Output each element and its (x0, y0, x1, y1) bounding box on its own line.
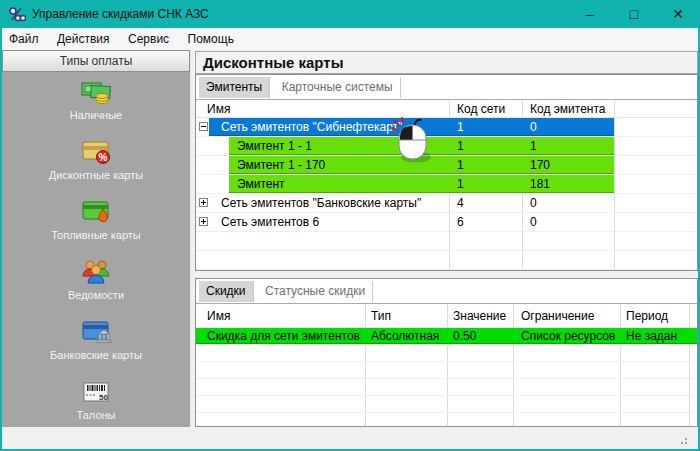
column-header-net-code[interactable]: Код сети (457, 100, 505, 118)
menu-help[interactable]: Помощь (181, 28, 241, 50)
table-cell: 6 (457, 213, 464, 231)
expand-icon[interactable] (199, 217, 208, 226)
svg-text:50: 50 (99, 393, 108, 402)
column-header-emitter-code[interactable]: Код эмитента (530, 100, 606, 118)
main-area: Дисконтные карты Эмитенты Карточные сист… (193, 50, 696, 449)
sidebar-item-label: Талоны (77, 409, 116, 421)
resize-grip[interactable] (678, 435, 688, 445)
menu-file[interactable]: Файл (2, 28, 46, 50)
column-header-value[interactable]: Значение (453, 304, 506, 328)
tab-card-systems[interactable]: Карточные системы (275, 77, 401, 98)
table-cell: Сеть эмитентов "Сибнефтекарт" (221, 118, 402, 136)
tab-discounts[interactable]: Скидки (199, 281, 254, 302)
tab-emitters[interactable]: Эмитенты (199, 77, 270, 98)
content-area: Типы оплаты Наличные (2, 50, 698, 449)
table-cell: 4 (457, 194, 464, 212)
menu-service[interactable]: Сервис (121, 28, 176, 50)
window-title: Управление скидками СНК АЗС (32, 7, 209, 21)
app-icon (8, 5, 26, 23)
menu-actions[interactable]: Действия (50, 28, 117, 50)
table-cell: Список ресурсов (521, 328, 615, 344)
bank-card-icon (80, 316, 112, 348)
table-row[interactable]: Сеть эмитентов "Банковские карты"40 (196, 194, 697, 213)
column-header-name[interactable]: Имя (207, 304, 230, 328)
sidebar: Типы оплаты Наличные (2, 50, 191, 427)
sidebar-item-statements[interactable]: Ведомости (2, 256, 190, 316)
table-row[interactable]: Скидка для сети эмитентовАбсолютная0.50С… (196, 328, 697, 345)
table-row[interactable]: Эмитент1181 (196, 175, 697, 194)
table-cell: 1 (457, 175, 464, 193)
table-cell: 0 (530, 194, 537, 212)
emitters-table-header: Имя Код сети Код эмитента (196, 100, 697, 118)
table-cell: 0 (530, 213, 537, 231)
maximize-button[interactable]: □ (612, 0, 656, 28)
fuel-card-icon (80, 196, 112, 228)
column-header-restriction[interactable]: Ограничение (521, 304, 594, 328)
table-cell: 0 (530, 118, 537, 136)
sidebar-item-coupons[interactable]: 50 Талоны (2, 376, 190, 436)
empty-row (196, 396, 697, 413)
empty-row (196, 413, 697, 426)
empty-row (196, 379, 697, 396)
app-window: Управление скидками СНК АЗС – □ ✕ Файл Д… (0, 0, 700, 451)
expand-icon[interactable] (199, 198, 208, 207)
table-cell: 1 (530, 137, 537, 155)
menu-bar: Файл Действия Сервис Помощь (2, 28, 698, 50)
emitters-tabstrip: Эмитенты Карточные системы (196, 75, 697, 100)
column-header-period[interactable]: Период (626, 304, 668, 328)
coupon-icon: 50 (80, 376, 112, 408)
sidebar-header: Типы оплаты (2, 50, 190, 72)
sidebar-item-cash[interactable]: Наличные (2, 76, 190, 136)
table-cell: Сеть эмитентов 6 (221, 213, 319, 231)
table-cell: Эмитент 1 - 170 (237, 156, 325, 174)
sidebar-item-label: Банковские карты (50, 349, 142, 361)
table-cell: 170 (530, 156, 550, 174)
row-highlight (229, 175, 614, 193)
sidebar-item-label: Ведомости (68, 289, 124, 301)
page-title: Дисконтные карты (195, 51, 698, 74)
collapse-icon[interactable] (199, 122, 208, 131)
table-row[interactable]: Сеть эмитентов 660 (196, 213, 697, 232)
discounts-tabstrip: Скидки Статусные скидки (196, 279, 697, 304)
table-cell: 181 (530, 175, 550, 193)
minimize-button[interactable]: – (568, 0, 612, 28)
table-cell: Эмитент 1 - 1 (237, 137, 312, 155)
sidebar-item-label: Наличные (70, 109, 122, 121)
table-cell: Не задан (626, 328, 677, 344)
people-icon (80, 256, 112, 288)
tab-status-discounts[interactable]: Статусные скидки (258, 281, 373, 302)
sidebar-item-label: Дисконтные карты (49, 169, 143, 181)
column-header-name[interactable]: Имя (207, 100, 230, 118)
discounts-panel: Скидки Статусные скидки Имя Тип Значение… (195, 278, 698, 427)
table-cell: Эмитент (237, 175, 285, 193)
mouse-cursor-overlay (385, 112, 437, 166)
empty-row (196, 362, 697, 379)
table-cell: Скидка для сети эмитентов (207, 328, 360, 344)
close-button[interactable]: ✕ (656, 0, 700, 28)
discount-card-icon: % (80, 136, 112, 168)
table-cell: 1 (457, 156, 464, 174)
table-cell: 1 (457, 137, 464, 155)
status-strip (193, 427, 696, 449)
table-row[interactable]: Эмитент 1 - 111 (196, 137, 697, 156)
svg-text:%: % (99, 152, 108, 163)
table-row[interactable]: Сеть эмитентов "Сибнефтекарт"10 (196, 118, 697, 137)
table-row[interactable]: Эмитент 1 - 1701170 (196, 156, 697, 175)
table-cell: 1 (457, 118, 464, 136)
table-cell: Сеть эмитентов "Банковские карты" (221, 194, 421, 212)
sidebar-item-discount-cards[interactable]: % Дисконтные карты (2, 136, 190, 196)
empty-row (196, 251, 697, 270)
empty-row (196, 345, 697, 362)
title-bar: Управление скидками СНК АЗС – □ ✕ (0, 0, 700, 28)
table-cell: Абсолютная (371, 328, 439, 344)
emitters-panel: Эмитенты Карточные системы Имя Код сети … (195, 74, 698, 271)
sidebar-item-bank-cards[interactable]: Банковские карты (2, 316, 190, 376)
sidebar-item-label: Топливные карты (51, 229, 141, 241)
column-header-type[interactable]: Тип (371, 304, 391, 328)
cash-icon (80, 76, 112, 108)
discounts-table-header: Имя Тип Значение Ограничение Период (196, 304, 697, 328)
sidebar-item-fuel-cards[interactable]: Топливные карты (2, 196, 190, 256)
empty-row (196, 232, 697, 251)
table-cell: 0.50 (453, 328, 476, 344)
